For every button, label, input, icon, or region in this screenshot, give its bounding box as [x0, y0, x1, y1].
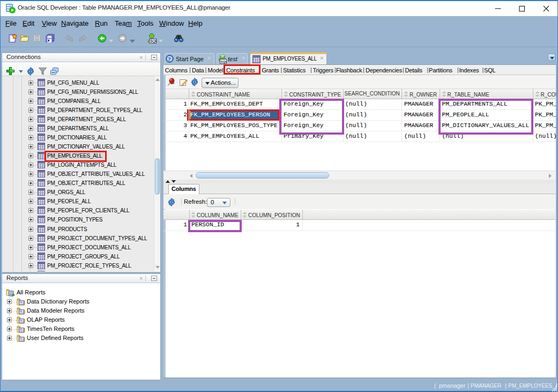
svg-text:SQL: SQL	[221, 60, 227, 63]
svg-text:?: ?	[168, 56, 171, 62]
svg-text:SQL: SQL	[150, 39, 157, 43]
